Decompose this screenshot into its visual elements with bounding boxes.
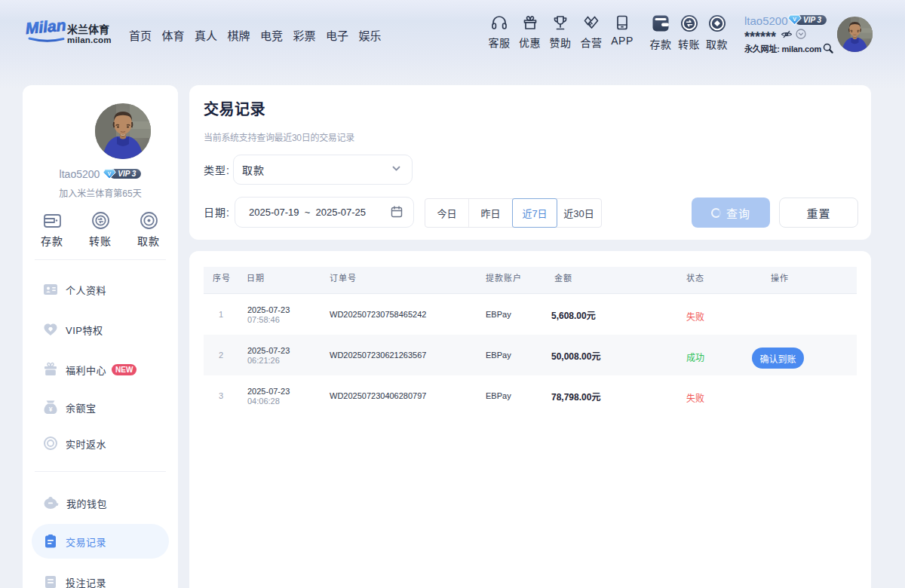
svg-text:milan.com: milan.com: [67, 35, 112, 44]
svg-text:¥: ¥: [49, 406, 53, 413]
svg-text:V: V: [108, 171, 112, 176]
svg-text:V: V: [793, 17, 796, 22]
svg-text:米兰体育: 米兰体育: [67, 23, 109, 35]
svg-text:Milan: Milan: [25, 17, 66, 37]
